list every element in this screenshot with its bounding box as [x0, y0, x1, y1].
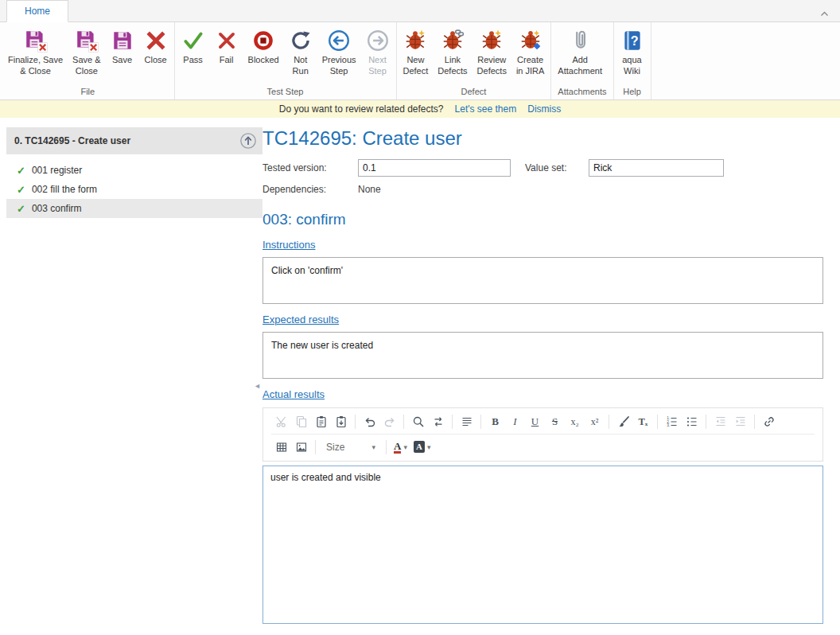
fail-button-label: Fail: [220, 55, 234, 66]
paste-button[interactable]: [311, 412, 331, 431]
close-x-icon: [144, 29, 168, 53]
create-in-jira-button-label: Create in JIRA: [516, 55, 544, 77]
test-execution-window: Home Finalize, Save & CloseSave & CloseS…: [0, 0, 840, 635]
subscript-button[interactable]: x₂: [565, 412, 585, 431]
insert-image-button[interactable]: [291, 438, 311, 457]
toolbar-separator: [452, 415, 453, 429]
bold-button[interactable]: B: [485, 412, 505, 431]
next-step-button[interactable]: Next Step: [361, 24, 395, 85]
step-item-3[interactable]: ✓003 confirm: [6, 199, 262, 218]
cut-button[interactable]: [271, 412, 291, 431]
ribbon-group-help: ?aqua WikiHelp: [614, 22, 651, 99]
previous-step-button[interactable]: Previous Step: [317, 24, 361, 85]
remove-format-button[interactable]: Tₓ: [633, 412, 653, 431]
decrease-indent-button[interactable]: [710, 412, 730, 431]
toolbar-separator: [355, 415, 356, 429]
finalize-save-close-button-label: Finalize, Save & Close: [8, 55, 63, 77]
italic-button-glyph: I: [513, 415, 516, 428]
strikethrough-button[interactable]: S: [545, 412, 565, 431]
not-run-button[interactable]: Not Run: [284, 24, 317, 85]
step-item-2[interactable]: ✓002 fill the form: [6, 180, 262, 199]
next-step-button-label: Next Step: [368, 55, 387, 77]
value-set-input[interactable]: [589, 159, 724, 177]
tested-version-input[interactable]: [358, 159, 511, 177]
text-color-button-glyph: A: [394, 441, 401, 454]
fail-button[interactable]: Fail: [210, 24, 243, 85]
aqua-wiki-button[interactable]: ?aqua Wiki: [616, 24, 649, 85]
select-all-button[interactable]: [457, 412, 476, 431]
editor-toolbar: BIUSx₂x²Tₓ1.2.3. Size▾A▾A▾: [262, 407, 823, 462]
save-badge-icon: [24, 29, 48, 53]
blocked-button[interactable]: Blocked: [243, 24, 284, 85]
underline-button[interactable]: U: [525, 412, 545, 431]
ribbon-group-label: Test Step: [177, 85, 395, 99]
expected-results-section-label[interactable]: Expected results: [262, 314, 823, 326]
new-defect-button[interactable]: New Defect: [399, 24, 434, 85]
ribbon-group-file: Finalize, Save & CloseSave & CloseSaveCl…: [2, 22, 175, 99]
add-attachment-button[interactable]: Add Attachment: [553, 24, 607, 85]
font-size-label: Size: [326, 442, 344, 453]
save-button[interactable]: Save: [106, 24, 139, 85]
undo-button[interactable]: [360, 412, 379, 431]
check-icon: ✓: [17, 165, 25, 177]
dropdown-caret-icon: ▾: [371, 443, 375, 451]
ribbon-group-test-step: PassFailBlockedNot RunPrevious StepNext …: [175, 22, 397, 99]
actual-results-section-label[interactable]: Actual results: [262, 388, 823, 401]
copy-button[interactable]: [291, 412, 311, 431]
background-color-button[interactable]: A▾: [410, 438, 434, 457]
redo-button[interactable]: [379, 412, 399, 431]
ribbon-group-attachments: Add AttachmentAttachments: [551, 22, 613, 99]
step-item-1[interactable]: ✓001 register: [6, 161, 262, 180]
splitter-collapse-icon[interactable]: ◄: [254, 382, 261, 390]
notification-review-link[interactable]: Let's see them: [455, 103, 517, 115]
paste-from-word-button[interactable]: [331, 412, 351, 431]
numbered-list-button[interactable]: 1.2.3.: [662, 412, 682, 431]
ribbon-group-label: Defect: [399, 85, 550, 99]
save-and-close-button[interactable]: Save & Close: [68, 24, 105, 85]
save-button-label: Save: [112, 55, 132, 66]
page-title: TC142695: Create user: [262, 127, 823, 150]
insert-table-button[interactable]: [271, 438, 291, 457]
font-size-dropdown[interactable]: Size▾: [321, 442, 380, 453]
tested-version-label: Tested version:: [262, 162, 358, 173]
replace-button[interactable]: [428, 412, 448, 431]
notification-dismiss-link[interactable]: Dismiss: [527, 103, 561, 115]
save-and-close-button-label: Save & Close: [72, 55, 100, 77]
review-defects-button-label: Review Defects: [477, 55, 507, 77]
toolbar-separator: [480, 415, 481, 429]
tab-home[interactable]: Home: [6, 0, 68, 22]
blocked-icon: [251, 29, 275, 53]
review-defects-button[interactable]: Review Defects: [472, 24, 511, 85]
link-defects-button[interactable]: Link Defects: [433, 24, 472, 85]
bulleted-list-button[interactable]: [682, 412, 702, 431]
remove-format-button-glyph: Tₓ: [639, 416, 648, 428]
actual-results-editor[interactable]: user is created and visible: [262, 466, 823, 624]
step-sidebar: 0. TC142695 - Create user ✓001 register✓…: [6, 127, 262, 634]
dependencies-row: Dependencies: None: [262, 181, 823, 197]
underline-button-glyph: U: [531, 415, 539, 428]
bold-button-glyph: B: [492, 415, 499, 428]
instructions-section-label[interactable]: Instructions: [262, 239, 823, 251]
toolbar-separator: [609, 415, 609, 429]
bug-new-icon: [403, 29, 427, 53]
increase-indent-button[interactable]: [730, 412, 750, 431]
copy-formatting-button[interactable]: [613, 412, 633, 431]
finalize-save-close-button[interactable]: Finalize, Save & Close: [3, 24, 68, 85]
italic-button[interactable]: I: [505, 412, 525, 431]
check-icon: ✓: [17, 203, 25, 215]
link-button[interactable]: [759, 412, 779, 431]
close-button[interactable]: Close: [139, 24, 173, 85]
superscript-button[interactable]: x²: [585, 412, 605, 431]
ribbon-collapse-icon[interactable]: [820, 6, 829, 20]
create-in-jira-button[interactable]: Create in JIRA: [511, 24, 549, 85]
text-color-button[interactable]: A▾: [391, 438, 410, 457]
dropdown-caret-icon: ▾: [427, 443, 431, 451]
scroll-to-top-icon[interactable]: [239, 132, 257, 150]
step-item-label: 001 register: [32, 165, 82, 176]
bug-jira-icon: [519, 29, 542, 53]
blocked-button-label: Blocked: [248, 55, 279, 66]
find-button[interactable]: [408, 412, 428, 431]
aqua-wiki-button-label: aqua Wiki: [622, 55, 641, 77]
pass-button[interactable]: Pass: [177, 24, 210, 85]
svg-text:?: ?: [630, 33, 638, 48]
